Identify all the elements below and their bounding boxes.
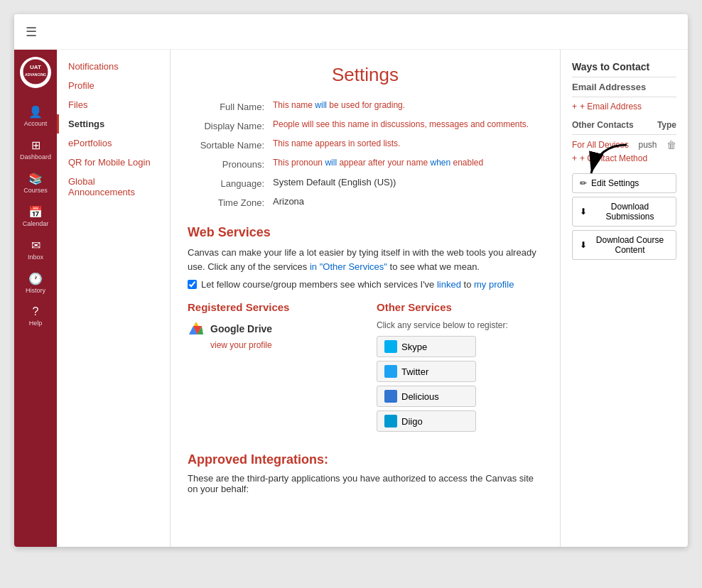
- full-name-will-link[interactable]: will: [315, 100, 327, 110]
- pronouns-label: Pronouns:: [188, 158, 273, 170]
- full-name-hint: This name will be used for grading.: [273, 100, 543, 110]
- display-name-row: Display Name: People will see this name …: [188, 119, 543, 131]
- nav-item-courses-label: Courses: [23, 187, 48, 194]
- divider-2: [572, 97, 676, 97]
- language-label: Language:: [188, 177, 273, 189]
- sidebar-item-profile[interactable]: Profile: [57, 76, 170, 95]
- linked-link[interactable]: linked: [437, 279, 461, 290]
- sidebar-item-eportfolios[interactable]: ePortfolios: [57, 134, 170, 153]
- display-name-label: Display Name:: [188, 119, 273, 131]
- sidebar-item-notifications[interactable]: Notifications: [57, 57, 170, 76]
- logo-svg: UAT ADVANCING: [21, 58, 50, 86]
- nav-item-dashboard[interactable]: ⊞ Dashboard: [14, 133, 57, 166]
- download-course-icon: ⬇: [580, 240, 587, 250]
- body-area: UAT ADVANCING 👤 Account ⊞ Dashboard 📚 Co…: [14, 50, 688, 547]
- nav-item-calendar-label: Calendar: [23, 220, 49, 227]
- my-profile-link[interactable]: my profile: [474, 279, 514, 290]
- email-addresses-label: Email Addresses: [572, 82, 676, 92]
- sidebar-item-files[interactable]: Files: [57, 95, 170, 114]
- type-label: Type: [657, 120, 676, 130]
- full-name-row: Full Name: This name will be used for gr…: [188, 100, 543, 112]
- nav-item-courses[interactable]: 📚 Courses: [14, 166, 57, 200]
- sortable-name-value: This name appears in sorted lists.: [273, 138, 543, 151]
- language-plain: System Default (English (US)): [273, 177, 396, 187]
- main-content: Settings Full Name: This name will be us…: [171, 50, 560, 547]
- pronouns-hint: This pronoun will appear after your name…: [273, 158, 543, 168]
- inbox-icon: ✉: [31, 239, 40, 252]
- history-icon: 🕐: [28, 272, 43, 285]
- outer-wrapper: ☰ UAT ADVANCING 👤 Account: [0, 0, 702, 588]
- other-contacts-label: Other Contacts: [572, 120, 634, 130]
- diigo-button[interactable]: Diigo: [377, 410, 476, 432]
- nav-item-account-label: Account: [24, 120, 48, 127]
- diigo-icon: [384, 415, 397, 428]
- download-submissions-label: Download Submissions: [591, 202, 669, 222]
- nav-item-help[interactable]: ? Help: [14, 300, 57, 332]
- divider-3: [572, 134, 676, 135]
- full-name-value: This name will be used for grading.: [273, 100, 543, 112]
- download-submissions-button[interactable]: ⬇ Download Submissions: [572, 197, 676, 227]
- download-course-content-button[interactable]: ⬇ Download Course Content: [572, 230, 676, 260]
- sidebar-item-qr[interactable]: QR for Mobile Login: [57, 153, 170, 172]
- sortable-name-row: Sortable Name: This name appears in sort…: [188, 138, 543, 151]
- other-services-heading: Other Services: [377, 301, 543, 313]
- nav-item-calendar[interactable]: 📅 Calendar: [14, 200, 57, 233]
- add-email-text: + Email Address: [580, 102, 642, 111]
- language-value: System Default (English (US)): [273, 177, 543, 189]
- svg-text:ADVANCING: ADVANCING: [25, 72, 46, 77]
- pronouns-when-link[interactable]: when: [430, 158, 450, 168]
- delicious-label: Delicious: [401, 391, 439, 402]
- twitter-button[interactable]: Twitter: [377, 361, 476, 382]
- checkbox-row: Let fellow course/group members see whic…: [188, 279, 543, 290]
- delicious-button[interactable]: Delicious: [377, 386, 476, 407]
- services-row: Registered Services Google Drive: [188, 301, 543, 435]
- sidebar-item-announcements[interactable]: Global Announcements: [57, 172, 170, 202]
- pronouns-will-link[interactable]: will: [325, 158, 337, 168]
- ways-to-contact-title: Ways to Contact: [572, 61, 676, 72]
- timezone-plain: Arizona: [273, 196, 304, 207]
- arrow-svg: [577, 138, 634, 180]
- pronouns-row: Pronouns: This pronoun will appear after…: [188, 158, 543, 170]
- download-course-content-label: Download Course Content: [591, 235, 669, 255]
- nav-item-account[interactable]: 👤 Account: [14, 99, 57, 133]
- contacts-header: Other Contacts Type: [572, 120, 676, 130]
- svg-text:UAT: UAT: [30, 64, 41, 70]
- nav-item-dashboard-label: Dashboard: [20, 153, 51, 160]
- hamburger-icon[interactable]: ☰: [26, 24, 37, 40]
- web-services-description: Canvas can make your life a lot easier b…: [188, 246, 543, 273]
- checkbox-label: Let fellow course/group members see whic…: [201, 279, 514, 290]
- delicious-icon: [384, 390, 397, 403]
- sidebar: Notifications Profile Files Settings ePo…: [57, 50, 171, 547]
- display-name-value: People will see this name in discussions…: [273, 119, 543, 131]
- page-title: Settings: [188, 64, 543, 86]
- view-profile-link[interactable]: view your profile: [210, 340, 354, 350]
- web-services-heading: Web Services: [188, 225, 543, 240]
- services-checkbox[interactable]: [188, 280, 197, 289]
- sidebar-item-settings[interactable]: Settings: [57, 114, 170, 134]
- calendar-icon: 📅: [28, 205, 43, 219]
- nav-item-inbox-label: Inbox: [28, 254, 43, 261]
- other-services-col: Other Services Click any service below t…: [377, 301, 543, 435]
- google-drive-name: Google Drive: [210, 323, 272, 334]
- dashboard-icon: ⊞: [31, 138, 40, 152]
- timezone-row: Time Zone: Arizona: [188, 196, 543, 208]
- app-frame: ☰ UAT ADVANCING 👤 Account: [14, 14, 688, 547]
- right-panel: Ways to Contact Email Addresses + + Emai…: [560, 50, 688, 547]
- google-drive-service: Google Drive: [188, 320, 354, 337]
- add-email-plus: +: [572, 102, 577, 111]
- other-services-link[interactable]: in "Other Services": [310, 261, 387, 272]
- nav-item-history[interactable]: 🕐 History: [14, 266, 57, 300]
- logo-area: UAT ADVANCING: [20, 57, 51, 88]
- nav-item-inbox[interactable]: ✉ Inbox: [14, 233, 57, 266]
- help-icon: ?: [33, 305, 39, 318]
- pronouns-value: This pronoun will appear after your name…: [273, 158, 543, 170]
- add-contact-plus: +: [572, 153, 577, 163]
- timezone-value: Arizona: [273, 196, 543, 208]
- full-name-label: Full Name:: [188, 100, 273, 112]
- other-services-hint: Click any service below to register:: [377, 320, 543, 330]
- add-email-link[interactable]: + + Email Address: [572, 102, 676, 111]
- language-row: Language: System Default (English (US)): [188, 177, 543, 189]
- contact-type: push: [639, 140, 657, 150]
- contact-delete-icon[interactable]: 🗑: [666, 139, 676, 151]
- skype-button[interactable]: Skype: [377, 336, 476, 357]
